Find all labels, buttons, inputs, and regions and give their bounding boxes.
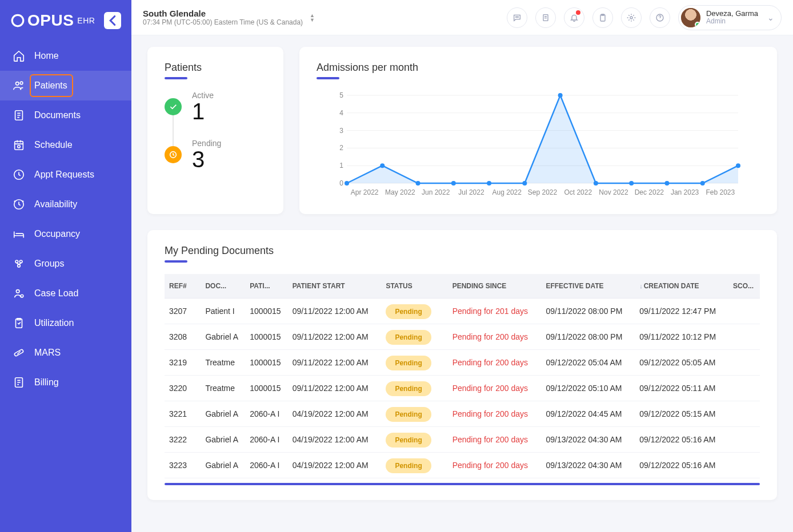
settings-button[interactable]	[621, 7, 642, 28]
presence-dot	[695, 22, 700, 27]
sidebar-item-schedule[interactable]: Schedule	[0, 130, 131, 160]
cell-since: Pending for 200 days	[448, 350, 542, 376]
help-icon	[655, 13, 664, 22]
notes-button[interactable]	[535, 7, 556, 28]
sidebar-item-label: Availability	[34, 199, 77, 209]
help-button[interactable]	[650, 7, 670, 28]
cell-patient: 1000015	[245, 299, 288, 324]
table-row[interactable]: 3208 Gabriel A 1000015 09/11/2022 12:00 …	[165, 324, 760, 350]
sidebar-item-label: Schedule	[34, 140, 73, 150]
col-status[interactable]: STATUS	[381, 274, 447, 299]
user-role: Admin	[706, 18, 758, 25]
svg-point-18	[518, 17, 518, 17]
pending-documents-card: My Pending Documents REF# DOC... PATI...…	[147, 230, 777, 500]
sidebar-item-label: MARS	[34, 348, 61, 358]
sidebar-item-groups[interactable]: Groups	[0, 249, 131, 279]
notification-badge	[576, 10, 580, 15]
user-menu[interactable]: Deveza, Garma Admin ⌄	[678, 5, 782, 30]
table-row[interactable]: 3220 Treatme 1000015 09/11/2022 12:00 AM…	[165, 376, 760, 401]
status-badge: Pending	[386, 304, 431, 319]
sidebar-item-patients[interactable]: Patients	[0, 71, 131, 100]
cell-ref: 3222	[165, 427, 201, 453]
col-eff[interactable]: EFFECTIVE DATE	[541, 274, 635, 299]
svg-point-38	[416, 181, 420, 186]
sidebar-item-availability[interactable]: Availability	[0, 190, 131, 219]
cell-doc: Treatme	[201, 376, 245, 401]
table-header-row: REF# DOC... PATI... PATIENT START STATUS…	[165, 274, 760, 299]
chevron-down-icon: ⌄	[767, 13, 774, 22]
table-row[interactable]: 3219 Treatme 1000015 09/11/2022 12:00 AM…	[165, 350, 760, 376]
sidebar-collapse-button[interactable]	[104, 12, 121, 29]
col-ref[interactable]: REF#	[165, 274, 201, 299]
cell-effective: 09/12/2022 05:10 AM	[541, 376, 635, 401]
cell-status: Pending	[381, 324, 447, 350]
svg-text:5: 5	[339, 91, 343, 99]
sidebar-item-documents[interactable]: Documents	[0, 100, 131, 130]
svg-point-39	[451, 181, 456, 186]
svg-text:Nov 2022: Nov 2022	[599, 188, 628, 196]
clipboard-icon	[13, 317, 25, 329]
table-row[interactable]: 3221 Gabriel A 2060-A I 04/19/2022 12:00…	[165, 401, 760, 427]
svg-text:3: 3	[339, 127, 343, 135]
notifications-button[interactable]	[564, 7, 584, 28]
svg-point-0	[12, 15, 23, 26]
col-since[interactable]: PENDING SINCE	[448, 274, 542, 299]
svg-point-42	[558, 93, 563, 98]
cell-since: Pending for 200 days	[448, 401, 542, 427]
svg-point-44	[629, 181, 634, 186]
cell-effective: 09/13/2022 04:30 AM	[541, 453, 635, 478]
table-row[interactable]: 3222 Gabriel A 2060-A I 04/19/2022 12:00…	[165, 427, 760, 453]
sidebar-item-case-load[interactable]: Case Load	[0, 279, 131, 308]
admissions-chart-card: Admissions per month 012345Apr 2022May 2…	[299, 47, 777, 214]
sidebar-item-occupancy[interactable]: Occupancy	[0, 219, 131, 249]
title-underline	[165, 77, 187, 79]
logo-row: OPUS EHR	[0, 0, 131, 41]
svg-point-17	[516, 17, 517, 17]
active-value: 1	[192, 100, 214, 123]
status-badge: Pending	[386, 458, 431, 473]
col-pat[interactable]: PATI...	[245, 274, 288, 299]
sidebar-item-label: Utilization	[34, 318, 74, 328]
col-doc[interactable]: DOC...	[201, 274, 245, 299]
sidebar-item-utilization[interactable]: Utilization	[0, 308, 131, 338]
table-row[interactable]: 3207 Patient I 1000015 09/11/2022 12:00 …	[165, 299, 760, 324]
cell-effective: 09/11/2022 08:00 PM	[541, 299, 635, 324]
svg-point-43	[594, 181, 598, 186]
brand-name: OPUS	[27, 11, 74, 30]
cell-start: 04/19/2022 12:00 AM	[288, 453, 382, 478]
header: South Glendale 07:34 PM (UTC-05:00) East…	[131, 0, 793, 35]
tasks-button[interactable]	[592, 7, 613, 28]
cell-patient: 1000015	[245, 324, 288, 350]
user-name: Deveza, Garma	[706, 10, 758, 18]
table-row[interactable]: 3223 Gabriel A 2060-A I 04/19/2022 12:00…	[165, 453, 760, 478]
cell-status: Pending	[381, 299, 447, 324]
horizontal-scrollbar[interactable]	[165, 483, 760, 485]
sidebar-item-home[interactable]: Home	[0, 41, 131, 71]
cell-effective: 09/11/2022 08:00 PM	[541, 324, 635, 350]
cell-start: 04/19/2022 12:00 AM	[288, 401, 382, 427]
documents-icon	[13, 109, 25, 122]
sidebar-item-mars[interactable]: MARS	[0, 338, 131, 368]
sidebar-item-billing[interactable]: Billing	[0, 368, 131, 397]
groups-icon	[13, 257, 25, 270]
col-create[interactable]: ↓CREATION DATE	[635, 274, 728, 299]
availability-icon	[13, 198, 25, 211]
svg-text:Dec 2022: Dec 2022	[635, 188, 664, 196]
sidebar-item-appt-requests[interactable]: Appt Requests	[0, 160, 131, 190]
sort-chevron-icon: ▲▼	[310, 13, 315, 22]
nav-list: Home Patients Documents Schedule Appt Re…	[0, 41, 131, 397]
svg-point-12	[21, 295, 23, 297]
brand-suffix: EHR	[77, 16, 95, 25]
sort-desc-icon: ↓	[639, 283, 643, 289]
docs-table-wrap[interactable]: REF# DOC... PATI... PATIENT START STATUS…	[165, 274, 760, 478]
col-start[interactable]: PATIENT START	[288, 274, 382, 299]
col-sco[interactable]: SCO...	[728, 274, 760, 299]
location-selector[interactable]: South Glendale 07:34 PM (UTC-05:00) East…	[143, 9, 315, 26]
svg-point-47	[736, 163, 740, 168]
chat-button[interactable]	[507, 7, 527, 28]
svg-point-11	[16, 290, 19, 293]
svg-point-36	[345, 181, 349, 186]
title-underline	[317, 77, 339, 79]
home-icon	[13, 50, 25, 62]
svg-text:Oct 2022: Oct 2022	[564, 188, 592, 196]
